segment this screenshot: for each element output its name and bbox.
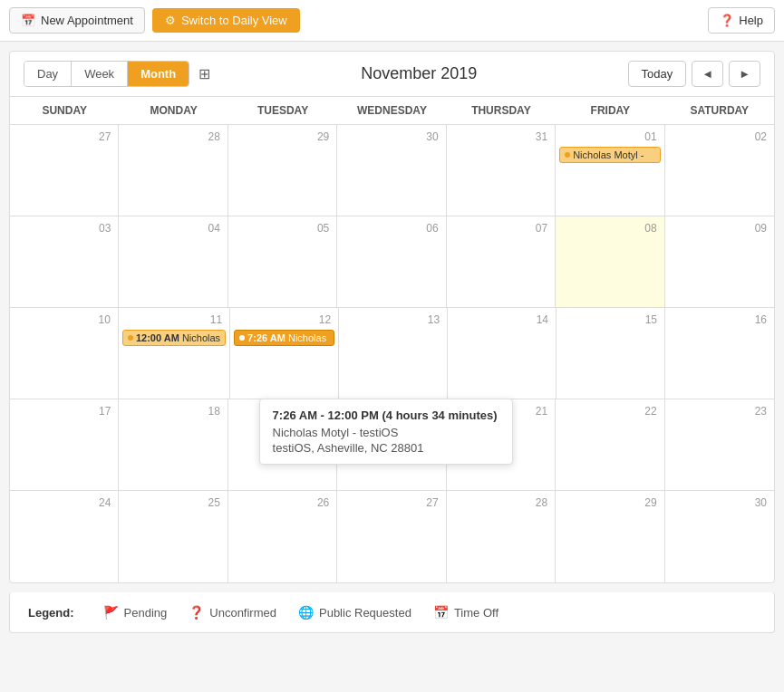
event-nov11[interactable]: 12:00 AM Nicholas	[122, 330, 226, 346]
legend-time-off: 📅 Time Off	[433, 605, 498, 620]
event-dot-icon	[128, 335, 133, 341]
view-buttons-group: Day Week Month	[24, 61, 189, 87]
day-number: 28	[450, 495, 551, 511]
day-nov-14: 14	[448, 308, 557, 399]
legend-timeoff-label: Time Off	[454, 606, 498, 620]
day-nov-01: 01 Nicholas Motyl -	[556, 125, 664, 216]
event-tooltip: 7:26 AM - 12:00 PM (4 hours 34 minutes) …	[259, 399, 513, 465]
day-nov-03: 03	[10, 216, 119, 307]
help-label: Help	[739, 14, 763, 27]
day-nov-08: 08	[556, 216, 664, 307]
legend-pending-label: Pending	[124, 606, 168, 620]
header-monday: Monday	[119, 97, 227, 124]
day-number: 06	[341, 220, 441, 236]
event-label: Nicholas Motyl -	[573, 149, 644, 160]
day-number: 07	[450, 220, 551, 236]
day-oct-29: 29	[228, 125, 337, 216]
day-number: 29	[559, 495, 660, 511]
day-number: 24	[14, 495, 114, 511]
day-number: 27	[14, 129, 114, 145]
event-dot-icon	[565, 152, 570, 158]
calendar-header: Day Week Month ⊞ November 2019 Today ◄ ►	[10, 52, 774, 97]
legend-unconfirmed-label: Unconfirmed	[209, 606, 276, 620]
switch-view-label: Switch to Daily View	[181, 14, 287, 27]
header-sunday: Sunday	[10, 97, 119, 124]
day-nov-23: 23	[665, 399, 774, 490]
day-headers-row: Sunday Monday Tuesday Wednesday Thursday…	[10, 97, 774, 125]
calendar-body: 27 28 29 30 31 01 Nicholas Motyl - 02 03…	[10, 125, 774, 582]
day-number: 28	[122, 129, 223, 145]
header-friday: Friday	[556, 97, 664, 124]
day-view-button[interactable]: Day	[24, 62, 72, 86]
day-nov-15: 15	[557, 308, 665, 399]
event-label: 12:00 AM Nicholas	[136, 332, 220, 343]
day-number: 02	[669, 129, 770, 145]
day-number: 17	[14, 403, 114, 419]
day-number: 14	[451, 312, 552, 328]
day-number: 11	[122, 312, 226, 328]
calendar-icon: 📅	[433, 605, 449, 620]
day-nov-17: 17	[10, 399, 119, 490]
week-row-1: 27 28 29 30 31 01 Nicholas Motyl - 02	[10, 125, 774, 216]
tooltip-location: testiOS, Asheville, NC 28801	[273, 441, 499, 455]
month-title: November 2019	[210, 64, 627, 83]
day-nov-28: 28	[447, 491, 556, 582]
tooltip-name: Nicholas Motyl - testiOS	[273, 426, 499, 439]
new-appointment-label: New Appointment	[41, 14, 133, 27]
next-month-button[interactable]: ►	[729, 61, 760, 87]
calendar-add-icon: 📅	[21, 14, 35, 27]
nav-buttons: Today ◄ ►	[628, 61, 760, 87]
day-nov-22: 22	[556, 399, 664, 490]
day-number: 16	[669, 312, 770, 328]
help-button[interactable]: ❓ Help	[708, 7, 775, 34]
event-label: 7:26 AM Nicholas	[247, 332, 326, 343]
prev-month-button[interactable]: ◄	[692, 61, 723, 87]
tooltip-time: 7:26 AM - 12:00 PM (4 hours 34 minutes)	[273, 408, 499, 422]
gear-icon: ⚙	[165, 14, 176, 27]
day-number: 18	[122, 403, 223, 419]
day-nov-05: 05	[228, 216, 337, 307]
week-view-button[interactable]: Week	[72, 62, 128, 86]
week-row-3: 10 11 12:00 AM Nicholas 12 7:26 AM Nicho…	[10, 308, 774, 399]
calendar-container: Day Week Month ⊞ November 2019 Today ◄ ►…	[9, 51, 775, 583]
day-nov-16: 16	[665, 308, 774, 399]
day-nov-11: 11 12:00 AM Nicholas	[119, 308, 230, 399]
event-dot-icon	[239, 335, 245, 341]
globe-icon: 🌐	[298, 605, 314, 620]
event-nov12[interactable]: 7:26 AM Nicholas	[234, 330, 334, 346]
today-number: 08	[644, 222, 656, 235]
day-nov-30: 30	[665, 491, 774, 582]
day-number: 26	[232, 495, 333, 511]
event-nov01[interactable]: Nicholas Motyl -	[559, 147, 660, 163]
day-number: 12	[234, 312, 334, 328]
legend-public-requested: 🌐 Public Requested	[298, 605, 411, 620]
month-view-button[interactable]: Month	[128, 62, 189, 86]
grid-view-icon[interactable]: ⊞	[198, 65, 210, 82]
day-nov-25: 25	[119, 491, 227, 582]
day-nov-26: 26	[228, 491, 337, 582]
day-nov-18: 18	[119, 399, 227, 490]
day-number: 10	[14, 312, 114, 328]
day-number: 29	[232, 129, 333, 145]
day-number: 08	[559, 220, 660, 236]
new-appointment-button[interactable]: 📅 New Appointment	[9, 7, 145, 34]
day-number: 30	[669, 495, 770, 511]
day-number: 01	[559, 129, 660, 145]
top-bar: 📅 New Appointment ⚙ Switch to Daily View…	[0, 0, 784, 42]
day-number: 09	[669, 220, 770, 236]
switch-view-button[interactable]: ⚙ Switch to Daily View	[152, 8, 300, 33]
day-number: 27	[341, 495, 441, 511]
day-nov-10: 10	[10, 308, 119, 399]
day-number: 05	[232, 220, 333, 236]
day-nov-13: 13	[339, 308, 448, 399]
day-number: 22	[559, 403, 660, 419]
day-number: 23	[669, 403, 770, 419]
today-button[interactable]: Today	[628, 61, 687, 87]
day-nov-27: 27	[337, 491, 446, 582]
day-oct-27: 27	[10, 125, 119, 216]
question-icon: ❓	[189, 605, 204, 620]
day-number: 15	[560, 312, 661, 328]
legend-bar: Legend: 🚩 Pending ❓ Unconfirmed 🌐 Public…	[9, 592, 775, 633]
day-nov-29: 29	[556, 491, 664, 582]
day-oct-28: 28	[119, 125, 227, 216]
